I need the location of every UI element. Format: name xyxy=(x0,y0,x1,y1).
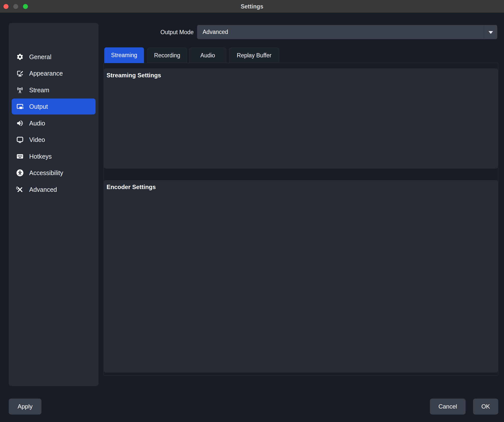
output-mode-value: Advanced xyxy=(203,25,228,39)
streaming-settings-group: Streaming Settings xyxy=(104,68,498,169)
video-icon xyxy=(16,136,24,143)
output-icon xyxy=(16,103,24,110)
apply-button-label: Apply xyxy=(17,403,32,410)
output-mode-select[interactable]: Advanced xyxy=(197,25,497,39)
sidebar-item-label: Hotkeys xyxy=(29,148,52,164)
sidebar: General Appearance Stream Output Audio V… xyxy=(9,23,99,386)
encoder-settings-title: Encoder Settings xyxy=(107,184,156,191)
sidebar-item-label: General xyxy=(29,49,51,65)
output-mode-label: Output Mode xyxy=(125,28,194,36)
sidebar-item-hotkeys[interactable]: Hotkeys xyxy=(12,148,96,164)
sidebar-item-accessibility[interactable]: Accessibility xyxy=(12,165,96,181)
tab-label: Audio xyxy=(200,52,215,59)
tab-streaming[interactable]: Streaming xyxy=(104,47,144,63)
sidebar-item-label: Stream xyxy=(29,82,49,98)
sidebar-item-label: Video xyxy=(29,132,45,148)
sidebar-item-general[interactable]: General xyxy=(12,49,96,65)
tab-label: Streaming xyxy=(111,52,137,59)
ok-button-label: OK xyxy=(481,403,490,410)
appearance-icon xyxy=(16,70,24,77)
sidebar-item-label: Advanced xyxy=(29,182,57,198)
tab-label: Recording xyxy=(154,52,180,59)
sidebar-item-output[interactable]: Output xyxy=(12,99,96,114)
audio-icon xyxy=(16,119,24,127)
window-title: Settings xyxy=(0,0,504,13)
ok-button[interactable]: OK xyxy=(473,399,498,415)
tab-recording[interactable]: Recording xyxy=(147,48,187,63)
sidebar-item-audio[interactable]: Audio xyxy=(12,115,96,131)
chevron-down-icon xyxy=(489,31,493,34)
sidebar-item-appearance[interactable]: Appearance xyxy=(12,65,96,81)
sidebar-item-label: Accessibility xyxy=(29,165,63,181)
settings-window: Settings General Appearance Stream Outpu… xyxy=(0,0,504,422)
cancel-button[interactable]: Cancel xyxy=(430,399,466,415)
tab-replay-buffer[interactable]: Replay Buffer xyxy=(229,48,279,63)
sidebar-item-label: Audio xyxy=(29,115,45,131)
sidebar-item-video[interactable]: Video xyxy=(12,132,96,148)
sidebar-item-stream[interactable]: Stream xyxy=(12,82,96,98)
hotkeys-icon xyxy=(16,153,24,160)
encoder-settings-group: Encoder Settings xyxy=(104,180,498,373)
tab-label: Replay Buffer xyxy=(237,52,271,59)
accessibility-icon xyxy=(16,169,24,177)
titlebar: Settings xyxy=(0,0,504,13)
gear-icon xyxy=(16,53,24,61)
stream-icon xyxy=(16,86,24,94)
apply-button[interactable]: Apply xyxy=(9,399,41,415)
sidebar-item-advanced[interactable]: Advanced xyxy=(12,182,96,198)
tab-audio[interactable]: Audio xyxy=(189,48,226,63)
sidebar-item-label: Output xyxy=(29,99,48,114)
sidebar-item-label: Appearance xyxy=(29,65,63,81)
streaming-settings-title: Streaming Settings xyxy=(107,72,161,79)
cancel-button-label: Cancel xyxy=(438,403,457,410)
dropdown-arrow-zone xyxy=(484,25,497,39)
advanced-icon xyxy=(16,186,24,193)
